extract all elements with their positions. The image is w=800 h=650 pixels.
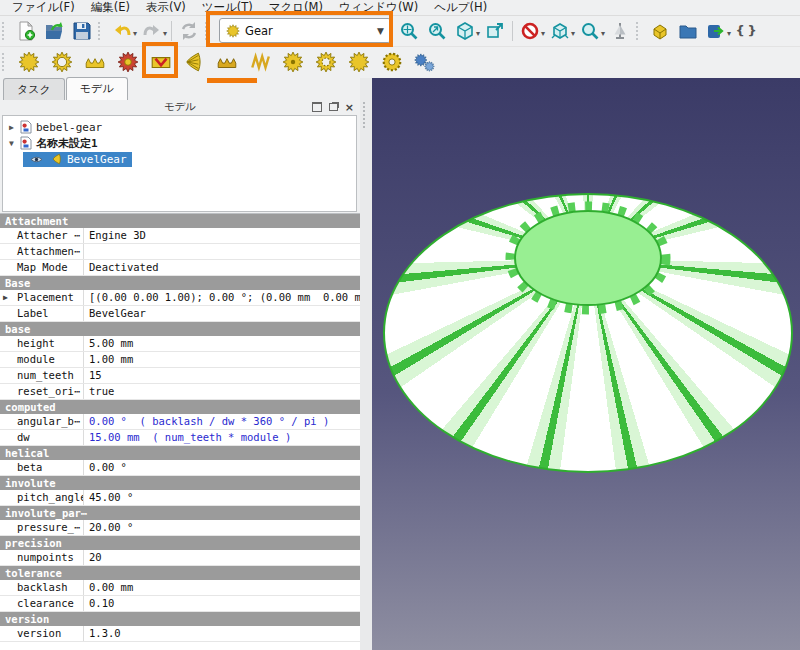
property-value[interactable]: 1.3.0 — [84, 626, 360, 641]
property-value[interactable]: Engine 3D — [84, 228, 360, 243]
dock-icon[interactable] — [312, 102, 322, 112]
3d-viewport[interactable] — [372, 78, 800, 650]
open-icon[interactable] — [40, 18, 68, 44]
property-value[interactable]: 0.10 — [84, 596, 360, 611]
save-icon[interactable] — [68, 18, 96, 44]
gear-connector-icon[interactable] — [408, 47, 441, 77]
redo-dropdown-icon[interactable]: ▾ — [163, 29, 167, 38]
axonometric-dropdown-icon[interactable]: ▾ — [571, 29, 575, 38]
selected-tree-item[interactable]: BevelGear — [23, 152, 132, 167]
redo-icon[interactable] — [138, 18, 166, 44]
menu-macro[interactable]: マクロ(M) — [261, 0, 331, 15]
part-icon[interactable] — [646, 18, 674, 44]
expand-caret-icon[interactable]: ▶ — [9, 123, 19, 132]
toolbar-grip[interactable] — [2, 53, 10, 71]
zoom-dropdown-icon[interactable]: ▾ — [601, 29, 605, 38]
property-row[interactable]: module1.00 mm — [0, 352, 360, 368]
crown-gear-icon[interactable] — [111, 47, 144, 77]
property-row[interactable]: height5.00 mm — [0, 336, 360, 352]
menu-windows[interactable]: ウィンドウ(W) — [331, 0, 426, 15]
panel-splitter[interactable] — [360, 78, 372, 650]
property-value[interactable]: 5.00 mm — [84, 336, 360, 351]
undo-icon[interactable] — [108, 18, 136, 44]
property-row[interactable]: pitch_angle45.00 ° — [0, 490, 360, 506]
property-value[interactable]: true — [84, 384, 360, 399]
property-row[interactable]: Attachmen⋯ — [0, 244, 360, 260]
measure-icon[interactable] — [606, 18, 634, 44]
undo-dropdown-icon[interactable]: ▾ — [133, 29, 137, 38]
toolbar-grip[interactable] — [98, 22, 106, 40]
property-value[interactable]: 45.00 ° — [84, 490, 360, 505]
property-row[interactable]: ▶Placement[(0.00 0.00 1.00); 0.00 °; (0.… — [0, 290, 360, 306]
property-row[interactable]: backlash0.00 mm — [0, 580, 360, 596]
property-row[interactable]: numpoints20 — [0, 550, 360, 566]
axonometric-icon[interactable] — [546, 18, 574, 44]
menu-file[interactable]: ファイル(F) — [4, 0, 83, 15]
property-row[interactable]: dw15.00 mm ( num_teeth * module ) — [0, 430, 360, 446]
property-group-header[interactable]: computed — [0, 400, 360, 414]
property-value[interactable]: 20 — [84, 550, 360, 565]
involute-rack-icon[interactable] — [78, 47, 111, 77]
view-dropdown-icon[interactable]: ▾ — [476, 29, 480, 38]
property-row[interactable]: reset_ori⋯true — [0, 384, 360, 400]
tree-item-bevelgear[interactable]: BevelGear — [3, 151, 356, 167]
property-group-header[interactable]: involute_par⋯ — [0, 506, 360, 520]
property-group-header[interactable]: precision — [0, 536, 360, 550]
toolbar-grip[interactable] — [636, 22, 644, 40]
property-group-header[interactable]: base — [0, 322, 360, 336]
export-icon[interactable] — [702, 18, 730, 44]
eye-icon[interactable] — [30, 155, 43, 164]
close-icon[interactable]: × — [345, 103, 354, 112]
zoom-icon[interactable] — [576, 18, 604, 44]
menu-edit[interactable]: 編集(E) — [83, 0, 138, 15]
expand-caret-icon[interactable]: ▶ — [3, 290, 8, 305]
fit-selection-icon[interactable] — [423, 18, 451, 44]
property-value[interactable]: 1.00 mm — [84, 352, 360, 367]
property-value[interactable]: [(0.00 0.00 1.00); 0.00 °; (0.00 mm 0.00… — [84, 290, 360, 305]
timing-gear-icon[interactable] — [276, 47, 309, 77]
draw-style-dropdown-icon[interactable]: ▾ — [541, 29, 545, 38]
export-dropdown-icon[interactable]: ▾ — [727, 29, 731, 38]
property-row[interactable]: LabelBevelGear — [0, 306, 360, 322]
collapse-caret-icon[interactable]: ▼ — [9, 139, 19, 148]
fit-all-icon[interactable] — [395, 18, 423, 44]
tab-model[interactable]: モデル — [66, 77, 128, 100]
property-group-header[interactable]: Base — [0, 276, 360, 290]
toolbar-grip[interactable] — [205, 22, 213, 40]
internal-involute-gear-icon[interactable] — [45, 47, 78, 77]
menu-tools[interactable]: ツール(T) — [194, 0, 261, 15]
property-value[interactable] — [84, 244, 360, 259]
property-value[interactable]: Deactivated — [84, 260, 360, 275]
refresh-icon[interactable] — [175, 18, 203, 44]
menu-view[interactable]: 表示(V) — [138, 0, 194, 15]
lantern-gear-icon[interactable] — [309, 47, 342, 77]
property-row[interactable]: clearance0.10 — [0, 596, 360, 612]
braces-icon[interactable]: { } — [732, 18, 760, 44]
cycloid-gear-icon[interactable] — [375, 47, 408, 77]
involute-gear-icon[interactable] — [12, 47, 45, 77]
property-row[interactable]: pressure_⋯20.00 ° — [0, 520, 360, 536]
property-row[interactable]: Map ModeDeactivated — [0, 260, 360, 276]
toolbar-grip[interactable] — [2, 22, 10, 40]
property-value[interactable]: 0.00 mm — [84, 580, 360, 595]
property-group-header[interactable]: tolerance — [0, 566, 360, 580]
property-group-header[interactable]: Attachment — [0, 214, 360, 228]
sync-view-icon[interactable] — [481, 18, 509, 44]
draw-style-icon[interactable] — [516, 18, 544, 44]
bevel-gear-top-face[interactable] — [502, 198, 674, 318]
bevel-gear-icon[interactable] — [177, 47, 210, 77]
property-row[interactable]: num_teeth15 — [0, 368, 360, 384]
new-document-icon[interactable] — [12, 18, 40, 44]
bevel-rack-icon[interactable] — [210, 47, 243, 77]
property-value[interactable]: 15.00 mm ( num_teeth * module ) — [84, 430, 360, 445]
property-value[interactable]: 20.00 ° — [84, 520, 360, 535]
property-row[interactable]: version1.3.0 — [0, 626, 360, 642]
property-value[interactable]: 0.00 ° ( backlash / dw * 360 ° / pi ) — [84, 414, 360, 429]
workbench-selector[interactable]: Gear ▼ — [219, 18, 391, 43]
float-icon[interactable] — [329, 103, 338, 111]
tab-tasks[interactable]: タスク — [3, 78, 65, 100]
worm-gear-icon[interactable] — [144, 47, 177, 77]
property-value[interactable]: 0.00 ° — [84, 460, 360, 475]
folder-icon[interactable] — [674, 18, 702, 44]
menu-help[interactable]: ヘルプ(H) — [426, 0, 495, 15]
